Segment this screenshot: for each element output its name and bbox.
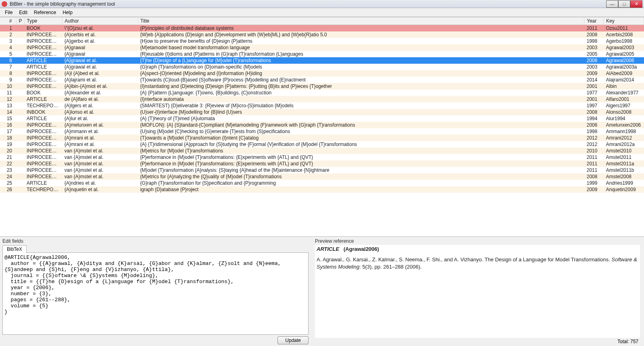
column-header[interactable]: Key	[604, 17, 644, 25]
table-row[interactable]: 12ARTICLEde {A}lfaro et al.{I}nterface a…	[0, 96, 644, 102]
edit-pane-label: Edit fields	[2, 238, 309, 244]
cell: TECHREPORT	[24, 102, 62, 109]
cell	[16, 141, 24, 148]
cell: Amstel2008	[604, 173, 644, 180]
menu-file[interactable]: File	[2, 9, 16, 16]
minimize-button[interactable]: —	[606, 0, 618, 8]
table-row[interactable]: 23INPROCEEDIN...van {A}mstel et al.{M}od…	[0, 167, 644, 173]
table-row[interactable]: 16INPROCEEDIN...{A}melunxen et al.{MOFLO…	[0, 122, 644, 128]
column-header[interactable]: Type	[24, 17, 62, 25]
cell: {A}lonso et al.	[62, 109, 138, 115]
menu-reference[interactable]: Reference	[31, 9, 59, 16]
table-row[interactable]: 6ARTICLE{A}grawal et al.{T}he {D}esign o…	[0, 57, 644, 64]
table-row[interactable]: 20INPROCEEDIN...van {A}mstel et al.{M}et…	[0, 148, 644, 154]
cell: Amelunxen2006	[604, 122, 644, 128]
preview-citation: A. Agrawal., G. Karsai., Z. Kalmar., S. …	[317, 256, 638, 271]
close-button[interactable]: ✕	[630, 0, 642, 8]
entries-table-wrap[interactable]: #PTypeAuthorTitleYearKey 1BOOK\"{O}zsu e…	[0, 17, 644, 236]
table-row[interactable]: 24INPROCEEDIN...van {A}mstel et al.{M}et…	[0, 173, 644, 180]
cell: ARTICLE	[24, 180, 62, 186]
menu-edit[interactable]: Edit	[16, 9, 31, 16]
cell: 1998	[584, 128, 604, 135]
cell	[16, 90, 24, 96]
cell: INPROCEEDIN...	[24, 70, 62, 77]
cell: {A}gerbo et al.	[62, 38, 138, 44]
cell: {I}nterface automata	[138, 96, 584, 102]
cell: BOOK	[24, 25, 62, 32]
table-row[interactable]: 2INPROCEEDIN...{A}cerbis et al.{W}eb {A}…	[0, 31, 644, 38]
cell: {M}odel {T}ransformation {A}nalysis: {S}…	[138, 167, 584, 173]
table-row[interactable]: 10INPROCEEDIN...{A}lbin-{A}miot et al.{I…	[0, 83, 644, 90]
table-row[interactable]: 21INPROCEEDIN...van {A}mstel et al.{P}er…	[0, 154, 644, 160]
cell: 2008	[584, 173, 604, 180]
table-row[interactable]: 8INPROCEEDIN...{A}l {A}bed et al.{A}spec…	[0, 70, 644, 77]
cell: 25	[0, 180, 16, 186]
column-header[interactable]: Author	[62, 17, 138, 25]
column-header[interactable]: Title	[138, 17, 584, 25]
column-header[interactable]: Year	[584, 17, 604, 25]
window-title: BiBler - the simple bibliography managem…	[10, 1, 115, 7]
cell: {T}he {D}esign of a {L}anguage for {M}od…	[138, 57, 584, 64]
table-row[interactable]: 4INPROCEEDIN...{A}grawal{M}etamodel base…	[0, 44, 644, 51]
cell: INPROCEEDIN...	[24, 38, 62, 44]
cell	[16, 167, 24, 173]
cell: 1999	[584, 180, 604, 186]
cell: 11	[0, 90, 16, 96]
cell: Ammann1998	[604, 128, 644, 135]
table-row[interactable]: 11BOOK{A}lexander et al.{A} {P}attern {L…	[0, 90, 644, 96]
cell: van {A}mstel et al.	[62, 167, 138, 173]
cell	[16, 44, 24, 51]
table-row[interactable]: 9INPROCEEDIN...{A}lajrami et al.{T}oward…	[0, 77, 644, 83]
cell: Anquetin2009	[604, 186, 644, 193]
cell: {W}eb {A}pplications {D}esign and {D}eve…	[138, 31, 584, 38]
cell: 2003	[584, 64, 604, 70]
table-row[interactable]: 19INPROCEEDIN...{A}mrani et al.{A} {T}ri…	[0, 141, 644, 148]
cell: {A}cerbis et al.	[62, 31, 138, 38]
cell: {T}owards a {M}odel {T}ransformation {I}…	[138, 135, 584, 141]
column-header[interactable]: #	[0, 17, 16, 25]
table-row[interactable]: 1BOOK\"{O}zsu et al.{P}rinciples of dist…	[0, 25, 644, 32]
update-button[interactable]: Update	[277, 336, 309, 344]
table-row[interactable]: 18INPROCEEDIN...{A}mrani et al.{T}owards…	[0, 135, 644, 141]
table-row[interactable]: 13TECHREPORT{A}lgers et al.{SMARTEST} {D…	[0, 102, 644, 109]
menu-help[interactable]: Help	[59, 9, 76, 16]
maximize-button[interactable]: □	[618, 0, 630, 8]
table-row[interactable]: 5INPROCEEDIN...{A}grawal{R}eusable {I}di…	[0, 51, 644, 57]
table-row[interactable]: 7ARTICLE{A}grawal et al.{G}raph {T}ransf…	[0, 64, 644, 70]
cell: {A}lexander et al.	[62, 90, 138, 96]
cell	[16, 109, 24, 115]
cell: Alfaro2001	[604, 96, 644, 102]
cell: {A}mrani et al.	[62, 135, 138, 141]
cell: 2012	[584, 135, 604, 141]
cell: 26	[0, 186, 16, 193]
table-row[interactable]: 26TECHREPORT{A}nquetin et al.igraph {D}a…	[0, 186, 644, 193]
bibtex-editor[interactable]	[4, 254, 306, 333]
table-row[interactable]: 3INPROCEEDIN...{A}gerbo et al.{H}ow to p…	[0, 38, 644, 44]
cell: ARTICLE	[24, 115, 62, 122]
table-row[interactable]: 15ARTICLE{A}lur et al.{A} {T}heory of {T…	[0, 115, 644, 122]
table-row[interactable]: 25ARTICLE{A}ndries et al.{G}raph {T}rans…	[0, 180, 644, 186]
cell: BOOK	[24, 90, 62, 96]
cell: ARTICLE	[24, 57, 62, 64]
cell: {M}etamodel based model transformation l…	[138, 44, 584, 51]
cell: INBOOK	[24, 109, 62, 115]
cell: INPROCEEDIN...	[24, 83, 62, 90]
cell: de {A}lfaro et al.	[62, 96, 138, 102]
preview-body: ARTICLE (Agrawal2006) A. Agrawal., G. Ka…	[315, 245, 640, 338]
table-row[interactable]: 14INBOOK{A}lonso et al.{U}ser-{I}nterfac…	[0, 109, 644, 115]
cell: 8	[0, 70, 16, 77]
table-row[interactable]: 22INPROCEEDIN...van {A}mstel et al.{P}er…	[0, 160, 644, 167]
table-row[interactable]: 17INPROCEEDIN...{A}mmann et al.{U}sing {…	[0, 128, 644, 135]
tab-bibtex[interactable]: BibTeX	[2, 245, 27, 253]
cell: {P}erformance in {M}odel {T}ransformatio…	[138, 160, 584, 167]
cell: Amrani2012	[604, 135, 644, 141]
cell: 12	[0, 96, 16, 102]
cell: 2011	[584, 25, 604, 32]
cell: 2008	[584, 109, 604, 115]
cell	[16, 128, 24, 135]
cell: Agrawal2003	[604, 44, 644, 51]
cell: 23	[0, 167, 16, 173]
column-header[interactable]: P	[16, 17, 24, 25]
cell: {A}lgers et al.	[62, 102, 138, 109]
cell: {M}etrics for {A}nalyzing the {Q}uality …	[138, 173, 584, 180]
